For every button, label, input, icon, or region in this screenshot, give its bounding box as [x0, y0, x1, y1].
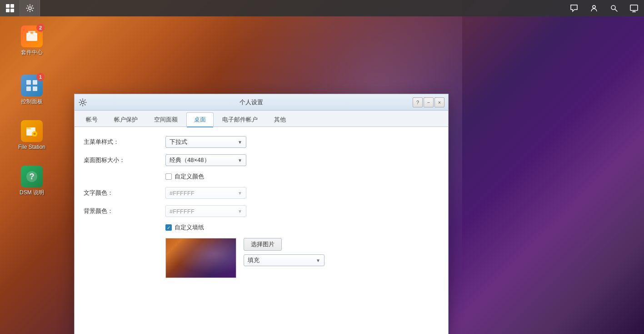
custom-color-checkbox[interactable] — [165, 173, 172, 180]
help-svg: ? — [25, 169, 39, 184]
desktop-icon-file-station[interactable]: File Station — [14, 118, 50, 153]
search-icon — [610, 4, 618, 12]
text-color-label: 文字颜色： — [84, 189, 165, 197]
settings-dialog[interactable]: 个人设置 ? − × 帐号 帐户保护 空间面额 桌面 电子邮件帐户 其他 — [74, 94, 449, 334]
chat-icon — [570, 4, 578, 12]
grid-icon — [6, 4, 14, 12]
minimize-button[interactable]: − — [424, 97, 434, 107]
svg-point-0 — [29, 7, 31, 10]
menu-style-row: 主菜单样式： 下拉式 ▼ — [84, 136, 439, 148]
icon-wrapper-package: 2 — [21, 25, 43, 47]
control-panel-label: 控制面板 — [15, 98, 48, 106]
fill-mode-select[interactable]: 填充 ▼ — [244, 254, 324, 266]
icon-wrapper-file — [21, 120, 43, 142]
tab-account-protection[interactable]: 帐户保护 — [106, 112, 145, 127]
control-panel-badge: 1 — [36, 73, 45, 81]
screen-icon — [630, 4, 638, 12]
wallpaper-section: 选择图片 填充 ▼ — [165, 238, 439, 278]
svg-rect-12 — [26, 86, 31, 91]
wallpaper-preview-image — [166, 238, 236, 278]
bg-color-select[interactable]: #FFFFFF ▼ — [165, 205, 246, 217]
taskbar-grid-menu-button[interactable] — [0, 0, 20, 16]
dialog-title-icon — [78, 98, 87, 107]
text-color-value: #FFFFFF — [170, 190, 238, 197]
user-button[interactable] — [584, 0, 604, 16]
tab-space-theme[interactable]: 空间面额 — [146, 112, 185, 127]
custom-color-row: 自定义颜色 — [165, 172, 439, 181]
custom-wallpaper-label[interactable]: 自定义墙纸 — [175, 223, 204, 232]
icon-size-arrow: ▼ — [238, 158, 242, 163]
icon-wrapper-dsm: ? — [21, 166, 43, 187]
svg-point-16 — [34, 133, 36, 135]
dialog-title-controls: ? − × — [413, 97, 444, 107]
custom-wallpaper-row: 自定义墙纸 — [165, 223, 439, 232]
menu-style-value: 下拉式 — [170, 138, 238, 146]
svg-rect-4 — [630, 5, 638, 10]
fill-mode-value: 填充 — [248, 256, 316, 264]
bg-color-label: 背景颜色： — [84, 207, 165, 215]
svg-rect-13 — [33, 86, 37, 91]
svg-point-1 — [593, 5, 595, 8]
icon-size-label: 桌面图标大小： — [84, 156, 165, 164]
bg-color-control: #FFFFFF ▼ — [165, 205, 246, 217]
taskbar-settings-button[interactable] — [20, 0, 40, 16]
icon-size-select[interactable]: 经典（48×48） ▼ — [165, 154, 246, 166]
custom-color-label[interactable]: 自定义颜色 — [175, 172, 204, 181]
svg-rect-11 — [33, 80, 37, 85]
file-station-icon — [21, 120, 43, 142]
choose-image-button[interactable]: 选择图片 — [244, 238, 282, 251]
desktop-icon-package-center[interactable]: 2 套件中心 — [14, 24, 50, 58]
svg-rect-10 — [26, 80, 31, 85]
help-button[interactable]: ? — [413, 97, 423, 107]
package-icon — [25, 29, 39, 44]
tab-account[interactable]: 帐号 — [78, 112, 105, 127]
tab-desktop[interactable]: 桌面 — [186, 112, 214, 127]
desktop-icon-dsm-help[interactable]: ? DSM 说明 — [14, 164, 50, 198]
desktop: 2 套件中心 1 控制面板 — [0, 0, 644, 334]
dsm-help-label: DSM 说明 — [15, 189, 48, 197]
icon-size-row: 桌面图标大小： 经典（48×48） ▼ — [84, 154, 439, 166]
svg-text:?: ? — [30, 172, 35, 181]
wallpaper-preview — [165, 238, 236, 278]
dialog-title: 个人设置 — [90, 98, 413, 106]
dialog-tabs: 帐号 帐户保护 空间面额 桌面 电子邮件帐户 其他 — [75, 111, 448, 127]
taskbar — [0, 0, 644, 16]
text-color-control: #FFFFFF ▼ — [165, 187, 246, 199]
menu-style-control: 下拉式 ▼ — [165, 136, 246, 148]
icon-size-value: 经典（48×48） — [170, 156, 238, 164]
icon-wrapper-control: 1 — [21, 75, 43, 96]
dsm-help-icon: ? — [21, 166, 43, 187]
menu-style-arrow: ▼ — [238, 140, 242, 145]
menu-style-select[interactable]: 下拉式 ▼ — [165, 136, 246, 148]
screen-button[interactable] — [624, 0, 644, 16]
settings-icon — [78, 98, 87, 107]
user-icon — [590, 4, 598, 12]
package-center-badge: 2 — [36, 24, 45, 32]
dialog-overlay: 个人设置 ? − × 帐号 帐户保护 空间面额 桌面 电子邮件帐户 其他 — [0, 16, 644, 334]
chat-button[interactable] — [564, 0, 584, 16]
tab-email-account[interactable]: 电子邮件帐户 — [215, 112, 265, 127]
text-color-row: 文字颜色： #FFFFFF ▼ — [84, 187, 439, 199]
fill-mode-arrow: ▼ — [316, 258, 320, 263]
custom-wallpaper-checkbox[interactable] — [165, 224, 172, 231]
package-center-label: 套件中心 — [15, 49, 48, 56]
svg-line-3 — [615, 9, 617, 11]
wallpaper-controls: 选择图片 填充 ▼ — [244, 238, 324, 266]
file-station-svg — [25, 124, 39, 138]
bg-color-value: #FFFFFF — [170, 208, 238, 215]
gear-icon — [25, 4, 35, 13]
svg-rect-7 — [26, 33, 37, 41]
file-station-label: File Station — [15, 144, 48, 151]
text-color-select[interactable]: #FFFFFF ▼ — [165, 187, 246, 199]
svg-rect-9 — [30, 32, 33, 34]
dialog-titlebar: 个人设置 ? − × — [75, 94, 448, 111]
desktop-icon-control-panel[interactable]: 1 控制面板 — [14, 73, 50, 107]
control-panel-svg — [25, 78, 39, 93]
dialog-body: 主菜单样式： 下拉式 ▼ 桌面图标大小： 经典（48×48） ▼ — [75, 127, 448, 334]
bg-color-row: 背景颜色： #FFFFFF ▼ — [84, 205, 439, 217]
close-button[interactable]: × — [434, 97, 444, 107]
svg-point-19 — [81, 101, 84, 104]
search-button[interactable] — [604, 0, 624, 16]
text-color-arrow: ▼ — [238, 191, 242, 196]
tab-other[interactable]: 其他 — [266, 112, 294, 127]
